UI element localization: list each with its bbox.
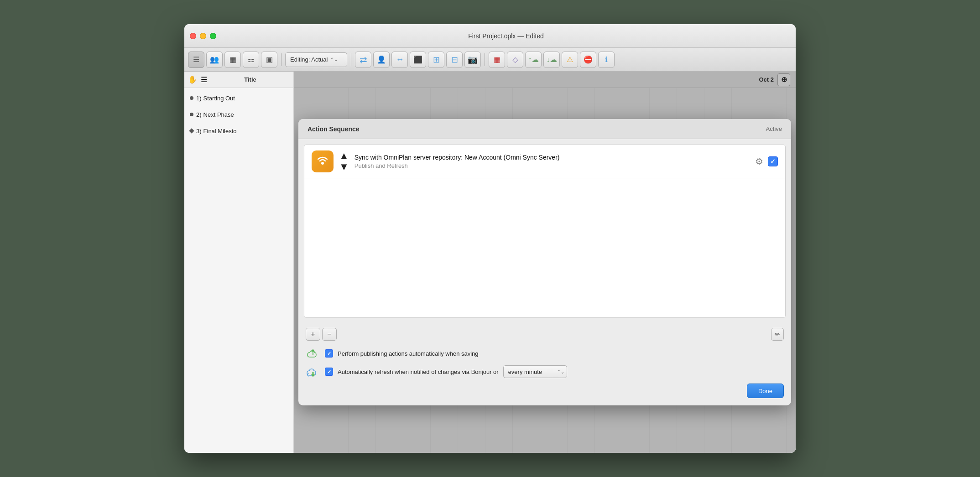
hand-icon[interactable]: ✋ — [188, 75, 197, 84]
dialog-active-label: Active — [766, 125, 782, 132]
action-arrows: ▲ ▼ — [339, 151, 349, 172]
sidebar-item-1[interactable]: 1) Starting Out — [184, 90, 293, 106]
toolbar-info-button[interactable]: ℹ — [598, 52, 615, 68]
dialog-header: Action Sequence Active — [298, 119, 791, 139]
toolbar: ☰ 👥 ▦ ⚏ ▣ Editing: Actual ⌃⌄ ⇄ 👤 ↔ ⬛ ⊞ ⊟… — [184, 48, 796, 72]
toolbar-action-2[interactable]: 👤 — [373, 52, 390, 68]
action-row: ▲ ▼ Sync with OmniPlan server repository… — [304, 145, 785, 178]
view-gantt-button[interactable]: ☰ — [188, 52, 204, 68]
svg-rect-0 — [315, 154, 330, 169]
toolbar-download-button[interactable]: ↓☁ — [543, 52, 560, 68]
view-resources-button[interactable]: 👥 — [206, 52, 223, 68]
refresh-cloud-icon — [306, 365, 320, 378]
cloud-up-icon — [307, 348, 319, 359]
view-calendar-button[interactable]: ▣ — [261, 52, 277, 68]
pencil-icon: ✏ — [775, 331, 780, 338]
dialog-body: ▲ ▼ Sync with OmniPlan server repository… — [304, 145, 786, 318]
interval-dropdown-wrapper: every minute every 5 minutes every 15 mi… — [503, 365, 567, 378]
toolbar-action-1[interactable]: ⇄ — [355, 52, 371, 68]
publish-option-row: Perform publishing actions automatically… — [306, 347, 784, 360]
toolbar-stop-button[interactable]: ⛔ — [580, 52, 596, 68]
toolbar-action-6[interactable]: ⊟ — [446, 52, 463, 68]
toolbar-action-4[interactable]: ⬛ — [410, 52, 426, 68]
publish-option-text: Perform publishing actions automatically… — [338, 350, 479, 357]
sidebar-items: 1) Starting Out 2) Next Phase 3) Final M… — [184, 88, 293, 453]
close-button[interactable] — [190, 33, 196, 39]
toolbar-separator-2 — [351, 53, 351, 66]
toolbar-upload-button[interactable]: ↑☁ — [525, 52, 542, 68]
dialog-toolbar-left: + − — [306, 328, 337, 341]
modal-overlay: Action Sequence Active — [294, 72, 796, 453]
toolbar-camera-button[interactable]: 📷 — [464, 52, 481, 68]
item-label-3: Final Milesto — [203, 128, 237, 135]
action-subtitle: Publish and Refresh — [354, 162, 750, 169]
svg-point-1 — [321, 162, 324, 165]
arrow-up-icon: ▲ — [339, 151, 349, 161]
action-title: Sync with OmniPlan server repository: Ne… — [354, 154, 750, 161]
arrow-down-icon: ▼ — [339, 162, 349, 172]
omni-sync-svg — [315, 154, 330, 169]
item-label-2: Next Phase — [203, 111, 234, 118]
task-bullet-1 — [190, 96, 193, 100]
done-button[interactable]: Done — [747, 384, 784, 398]
action-active-checkbox[interactable] — [768, 156, 778, 166]
toolbar-code-button[interactable]: ◇ — [507, 52, 523, 68]
refresh-option-text: Automatically refresh when notified of c… — [338, 368, 499, 375]
dialog-footer: + − ✏ — [298, 323, 791, 405]
dialog-title: Action Sequence — [308, 125, 360, 133]
minimize-button[interactable] — [200, 33, 206, 39]
sidebar-header: ✋ ☰ Title — [184, 72, 293, 88]
main-area: ✋ ☰ Title 1) Starting Out 2) Next Phase … — [184, 72, 796, 453]
publish-cloud-icon — [306, 347, 320, 360]
sidebar-item-3[interactable]: 3) Final Milesto — [184, 123, 293, 139]
item-number-1: 1) — [196, 95, 202, 102]
item-label-1: Starting Out — [203, 95, 235, 102]
list-icon[interactable]: ☰ — [201, 75, 207, 84]
view-table-button[interactable]: ▦ — [224, 52, 241, 68]
action-sequence-dialog: Action Sequence Active — [298, 119, 791, 405]
refresh-option-row: Automatically refresh when notified of c… — [306, 365, 784, 378]
milestone-diamond-3 — [189, 128, 194, 133]
window-title: First Project.oplx — Edited — [222, 32, 790, 40]
interval-dropdown[interactable]: every minute every 5 minutes every 15 mi… — [503, 365, 567, 378]
omni-sync-icon — [312, 150, 334, 172]
sidebar: ✋ ☰ Title 1) Starting Out 2) Next Phase … — [184, 72, 294, 453]
toolbar-separator-1 — [281, 53, 281, 66]
refresh-checkbox[interactable] — [325, 368, 333, 376]
toolbar-table-button[interactable]: ▦ — [489, 52, 505, 68]
toolbar-separator-3 — [485, 53, 485, 66]
cloud-down-icon — [307, 365, 319, 378]
edit-action-button[interactable]: ✏ — [771, 328, 784, 341]
view-network-button[interactable]: ⚏ — [243, 52, 259, 68]
editing-dropdown[interactable]: Editing: Actual ⌃⌄ — [285, 52, 347, 67]
toolbar-action-5[interactable]: ⊞ — [428, 52, 444, 68]
main-window: First Project.oplx — Edited ☰ 👥 ▦ ⚏ ▣ Ed… — [184, 24, 796, 453]
gantt-area: Oct 2 ⊕ Action Sequence Active — [294, 72, 796, 453]
toolbar-action-3[interactable]: ↔ — [391, 52, 408, 68]
dialog-toolbar: + − ✏ — [306, 328, 784, 341]
chevron-icon: ⌃⌄ — [330, 57, 338, 62]
add-action-button[interactable]: + — [306, 328, 320, 341]
publish-checkbox[interactable] — [325, 349, 333, 358]
maximize-button[interactable] — [210, 33, 216, 39]
traffic-lights — [190, 33, 216, 39]
task-bullet-2 — [190, 113, 193, 116]
sidebar-title: Title — [211, 76, 290, 83]
editing-dropdown-value: Editing: Actual — [290, 56, 328, 63]
settings-gear-icon[interactable]: ⚙ — [755, 156, 763, 167]
item-number-2: 2) — [196, 111, 202, 118]
remove-action-button[interactable]: − — [322, 328, 337, 341]
titlebar: First Project.oplx — Edited — [184, 24, 796, 48]
toolbar-warning-button[interactable]: ⚠ — [562, 52, 578, 68]
action-text: Sync with OmniPlan server repository: Ne… — [354, 154, 750, 169]
sidebar-item-2[interactable]: 2) Next Phase — [184, 106, 293, 123]
item-number-3: 3) — [196, 128, 202, 135]
action-controls: ⚙ — [755, 156, 778, 167]
